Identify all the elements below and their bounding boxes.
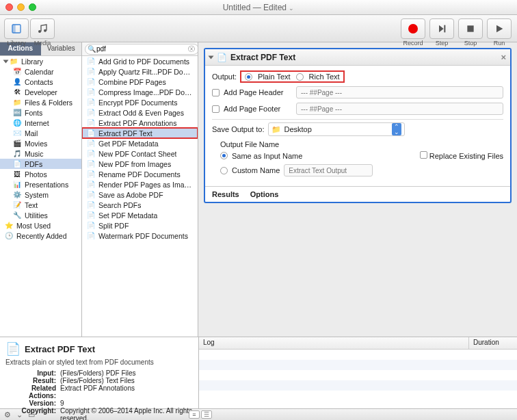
media-button[interactable]: Media — [30, 18, 55, 39]
library-list[interactable]: 📁Library📅Calendar👤Contacts🛠Developer📁Fil… — [0, 56, 81, 337]
sidebar-item-music[interactable]: 🎵Music — [0, 148, 81, 159]
action-item[interactable]: 📄New PDF Contact Sheet — [82, 148, 198, 159]
sidebar-item-recently-added[interactable]: 🕒Recently Added — [0, 231, 81, 241]
record-button[interactable]: Record — [401, 18, 425, 39]
sidebar-item-presentations[interactable]: 📊Presentations — [0, 179, 81, 189]
pdf-icon: 📄 — [86, 119, 96, 127]
checkbox-add-header[interactable] — [212, 89, 220, 96]
pdf-icon: 📄 — [86, 211, 96, 220]
category-icon: ⭐ — [4, 222, 14, 230]
svg-point-3 — [44, 29, 47, 31]
category-icon: 🌐 — [12, 119, 22, 127]
sidebar-item-contacts[interactable]: 👤Contacts — [0, 77, 81, 87]
sidebar-item-pdfs[interactable]: 📄PDFs — [0, 159, 81, 169]
action-item[interactable]: 📄Search PDFs — [82, 200, 198, 210]
action-item[interactable]: 📄Encrypt PDF Documents — [82, 97, 198, 107]
pdf-icon: 📄 — [86, 191, 96, 199]
clear-search-icon[interactable]: ⓧ — [188, 44, 195, 54]
library-toggle-button[interactable]: Library — [4, 18, 29, 39]
action-item[interactable]: 📄Combine PDF Pages — [82, 77, 198, 87]
action-item[interactable]: 📄Split PDF — [82, 220, 198, 231]
chevron-down-icon[interactable]: ⌄ — [16, 410, 23, 419]
save-destination-select[interactable]: 📁 Desktop ⌃⌄ — [268, 122, 405, 136]
disclosure-icon[interactable] — [3, 60, 9, 63]
sidebar-item-utilities[interactable]: 🔧Utilities — [0, 210, 81, 220]
sidebar-item-developer[interactable]: 🛠Developer — [0, 87, 81, 97]
gear-icon[interactable]: ⚙︎ — [4, 410, 11, 419]
action-item[interactable]: 📄Apply Quartz Filt...PDF Documents — [82, 66, 198, 77]
radio-rich-text[interactable] — [296, 73, 304, 81]
category-icon: ⚙️ — [12, 191, 22, 199]
pdf-icon: 📄 — [86, 150, 96, 158]
duration-column-header[interactable]: Duration — [469, 337, 517, 349]
log-table — [199, 350, 517, 408]
results-tab[interactable]: Results — [212, 190, 239, 198]
action-item[interactable]: 📄New PDF from Images — [82, 159, 198, 169]
footer-field[interactable] — [296, 103, 503, 115]
action-item[interactable]: 📄Extract PDF Text — [82, 128, 198, 138]
sidebar-item-library[interactable]: 📁Library — [0, 56, 81, 66]
info-title: 📄Extract PDF Text — [5, 341, 193, 356]
sidebar-item-calendar[interactable]: 📅Calendar — [0, 66, 81, 77]
action-item[interactable]: 📄Render PDF Pages as Images — [82, 179, 198, 189]
search-input[interactable] — [85, 44, 198, 55]
svg-rect-1 — [12, 25, 16, 33]
action-item[interactable]: 📄Compress Image...PDF Documents — [82, 87, 198, 97]
sidebar-item-mail[interactable]: ✉️Mail — [0, 128, 81, 138]
action-item[interactable]: 📄Extract Odd & Even Pages — [82, 107, 198, 118]
checkbox-add-footer[interactable] — [212, 105, 220, 113]
view-grid-icon[interactable]: ☰ — [201, 410, 212, 419]
folder-icon: 📁 — [271, 125, 281, 134]
category-icon: 🛠 — [12, 88, 22, 96]
action-item[interactable]: 📄Set PDF Metadata — [82, 210, 198, 220]
stop-button[interactable]: Stop — [458, 18, 483, 39]
checkbox-replace[interactable] — [420, 151, 427, 159]
log-column-header[interactable]: Log — [199, 337, 469, 349]
view-list-icon[interactable]: ≡ — [189, 410, 200, 419]
action-item[interactable]: 📄Get PDF Metadata — [82, 138, 198, 148]
close-icon[interactable]: × — [501, 52, 506, 62]
panel-toggle-icon[interactable]: ▭ — [28, 410, 35, 419]
radio-custom-name[interactable] — [220, 167, 228, 174]
sidebar-item-movies[interactable]: 🎬Movies — [0, 138, 81, 148]
pdf-icon: 📄 — [86, 160, 96, 168]
action-item[interactable]: 📄Rename PDF Documents — [82, 169, 198, 179]
workflow-action-card[interactable]: 📄 Extract PDF Text × Output: Plain Text … — [204, 48, 512, 203]
sidebar-item-fonts[interactable]: 🔤Fonts — [0, 107, 81, 118]
action-item[interactable]: 📄Save as Adobe PDF — [82, 189, 198, 200]
category-icon: 👤 — [12, 78, 22, 86]
category-icon: 📁 — [9, 57, 18, 66]
disclosure-icon[interactable] — [209, 55, 214, 59]
pdf-icon: 📄 — [86, 140, 96, 148]
sidebar-item-most-used[interactable]: ⭐Most Used — [0, 220, 81, 231]
action-item[interactable]: 📄Extract PDF Annotations — [82, 118, 198, 128]
action-item[interactable]: 📄Watermark PDF Documents — [82, 231, 198, 241]
actions-list[interactable]: 📄Add Grid to PDF Documents📄Apply Quartz … — [82, 56, 198, 337]
run-button[interactable]: Run — [487, 18, 512, 39]
pdf-icon: 📄 — [86, 78, 96, 86]
sidebar-item-text[interactable]: 📝Text — [0, 200, 81, 210]
filename-group-label: Output File Name — [220, 140, 503, 148]
category-icon: ✉️ — [12, 129, 22, 137]
radio-same-name[interactable] — [220, 152, 228, 159]
sidebar-item-files-folders[interactable]: 📁Files & Folders — [0, 97, 81, 107]
run-icon — [494, 23, 505, 34]
action-item[interactable]: 📄Add Grid to PDF Documents — [82, 56, 198, 66]
sidebar-item-photos[interactable]: 🖼Photos — [0, 169, 81, 179]
svg-point-2 — [38, 30, 41, 33]
sidebar-item-system[interactable]: ⚙️System — [0, 189, 81, 200]
category-icon: 🔤 — [12, 109, 22, 117]
pdf-icon: 📄 — [86, 68, 96, 76]
sidebar-item-internet[interactable]: 🌐Internet — [0, 118, 81, 128]
radio-plain-text[interactable] — [245, 73, 252, 81]
options-tab[interactable]: Options — [250, 190, 279, 198]
custom-name-field[interactable] — [284, 164, 373, 176]
save-output-label: Save Output to: — [212, 125, 264, 133]
header-field[interactable] — [296, 86, 503, 99]
card-title: Extract PDF Text — [230, 53, 295, 62]
category-icon: 🖼 — [12, 170, 22, 179]
media-icon — [37, 23, 48, 34]
info-description: Extracts plain or styled text from PDF d… — [5, 358, 193, 366]
pdf-icon: 📄 — [86, 170, 96, 179]
step-button[interactable]: Step — [429, 18, 454, 39]
